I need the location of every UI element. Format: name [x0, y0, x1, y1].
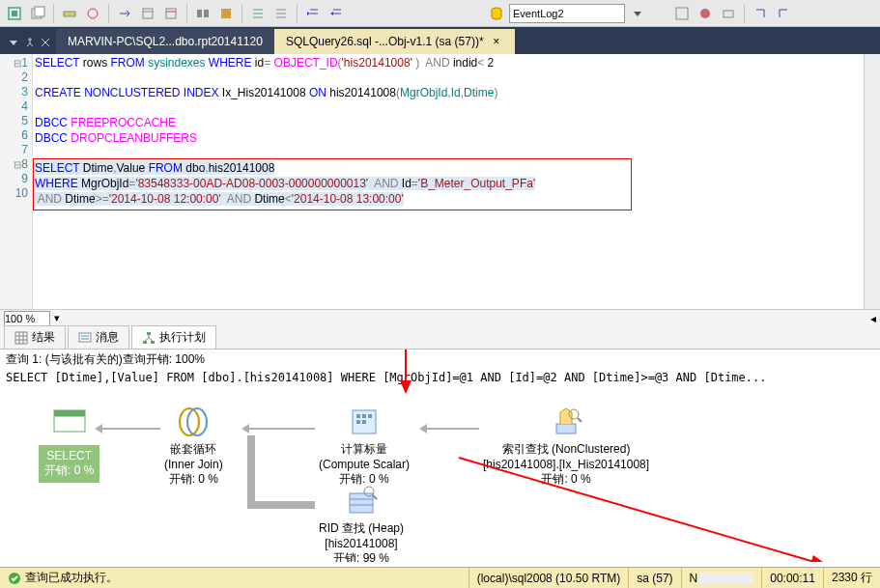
svg-rect-32 [79, 333, 91, 342]
plan-node-select[interactable]: SELECT 开销: 0 % [39, 408, 99, 483]
tab-label: SQLQuery26.sql -...Obj-v1.1 (sa (57))* [286, 35, 484, 48]
toolbar-icon[interactable] [114, 3, 135, 24]
plan-query-sql: SELECT [Dtime],[Value] FROM [dbo].[his20… [0, 370, 880, 385]
toolbar-icon[interactable] [718, 3, 739, 24]
line-number-gutter: ⊟1 2 3 4 5 6 7 ⊟8 9 10 [0, 54, 33, 309]
plan-connector [247, 428, 315, 430]
toolbar-icon[interactable] [160, 3, 182, 24]
toolbar-icon[interactable] [82, 3, 103, 24]
plan-query-header: 查询 1: (与该批有关的)查询开销: 100% [0, 350, 880, 370]
svg-point-5 [88, 9, 98, 18]
index-seek-icon [549, 405, 583, 439]
separator [53, 4, 54, 23]
indent-icon[interactable] [302, 3, 324, 24]
plan-node-compute-scalar[interactable]: 计算标量 (Compute Scalar) 开销: 0 % [319, 405, 410, 488]
toolbar-icon[interactable] [192, 3, 213, 24]
tab-results[interactable]: 结果 [4, 325, 66, 349]
svg-rect-26 [724, 11, 733, 17]
database-icon[interactable] [486, 3, 507, 24]
svg-line-59 [373, 495, 377, 499]
svg-rect-12 [221, 9, 231, 18]
plan-node-rid-lookup[interactable]: RID 查找 (Heap) [his20141008] 开销: 99 % [319, 484, 404, 562]
svg-rect-51 [362, 420, 366, 424]
tab-active[interactable]: SQLQuery26.sql -...Obj-v1.1 (sa (57))* × [274, 29, 515, 54]
tab-close-icon[interactable]: × [490, 35, 503, 48]
svg-rect-27 [15, 332, 27, 344]
tab-messages[interactable]: 消息 [68, 325, 129, 349]
result-tabs: 结果 消息 执行计划 [0, 326, 880, 350]
svg-rect-36 [143, 341, 147, 344]
toolbar-icon[interactable] [4, 3, 25, 24]
status-time: 00:00:11 [761, 568, 823, 588]
status-user: sa (57) [628, 568, 680, 588]
tabbar-gutter [4, 33, 56, 54]
plan-connector [425, 428, 479, 430]
comment-icon[interactable] [247, 3, 269, 24]
svg-line-40 [149, 338, 153, 341]
separator [297, 4, 298, 23]
vertical-scrollbar[interactable] [864, 54, 880, 309]
plan-node-nested-loop[interactable]: 嵌套循环 (Inner Join) 开销: 0 % [164, 405, 223, 488]
success-icon [8, 572, 21, 585]
dropdown-icon[interactable] [8, 37, 20, 50]
toolbar-icon[interactable] [215, 3, 237, 24]
plan-connector [247, 501, 315, 509]
execution-plan-panel: 查询 1: (与该批有关的)查询开销: 100% SELECT [Dtime],… [0, 350, 880, 562]
status-success: 查询已成功执行。 [0, 568, 126, 588]
rid-lookup-icon [344, 484, 379, 518]
toolbar-icon[interactable] [59, 3, 80, 24]
pin-icon[interactable] [24, 37, 37, 50]
arrow-icon [241, 424, 249, 434]
code-content[interactable]: SELECT rows FROM sysindexes WHERE id= OB… [33, 54, 864, 309]
document-tabbar: MARVIN-PC\SQL2...dbo.rpt20141120 SQLQuer… [0, 27, 880, 54]
scroll-left-icon[interactable]: ◂ [870, 312, 876, 325]
toolbar-icon[interactable] [750, 3, 771, 24]
svg-rect-11 [204, 10, 209, 17]
zoom-combo[interactable] [4, 311, 50, 326]
close-icon[interactable] [40, 37, 52, 50]
tab-label: 消息 [96, 329, 119, 346]
svg-rect-52 [556, 424, 576, 434]
status-database: N [681, 568, 762, 588]
toolbar-icon[interactable] [671, 3, 693, 24]
status-rows: 2330 行 [823, 568, 880, 588]
compute-icon [347, 405, 382, 439]
dropdown-icon[interactable] [627, 3, 648, 24]
svg-rect-24 [676, 8, 688, 19]
plan-connector [247, 435, 255, 507]
tab-label: 执行计划 [159, 329, 206, 346]
outdent-icon[interactable] [326, 3, 347, 24]
messages-icon [78, 331, 92, 345]
svg-rect-47 [356, 414, 360, 418]
annotation-arrow [386, 350, 425, 400]
svg-rect-49 [368, 414, 372, 418]
svg-rect-43 [54, 410, 85, 416]
svg-rect-1 [12, 11, 17, 16]
plan-icon [142, 331, 156, 345]
separator [241, 4, 242, 23]
svg-rect-50 [356, 420, 360, 424]
main-toolbar [0, 0, 880, 27]
svg-rect-10 [197, 10, 202, 17]
database-combo[interactable] [509, 4, 625, 23]
svg-rect-6 [143, 9, 153, 18]
select-icon [52, 408, 87, 443]
toolbar-icon[interactable] [773, 3, 794, 24]
plan-canvas[interactable]: SELECT 开销: 0 % 嵌套循环 (Inner Join) 开销: 0 %… [0, 385, 880, 549]
toolbar-icon[interactable] [695, 3, 716, 24]
status-bar: 查询已成功执行。 (local)\sql2008 (10.50 RTM) sa … [0, 567, 880, 588]
separator [744, 4, 745, 23]
tab-inactive[interactable]: MARVIN-PC\SQL2...dbo.rpt20141120 [56, 29, 274, 54]
toolbar-icon[interactable] [27, 3, 48, 24]
tab-execution-plan[interactable]: 执行计划 [131, 325, 216, 349]
tab-label: 结果 [32, 329, 55, 346]
arrow-icon [95, 424, 102, 434]
svg-line-54 [578, 418, 582, 422]
svg-rect-48 [362, 414, 366, 418]
arrow-icon [419, 424, 427, 434]
plan-connector [100, 428, 160, 430]
toolbar-icon[interactable] [137, 3, 158, 24]
uncomment-icon[interactable] [270, 3, 292, 24]
tab-label: MARVIN-PC\SQL2...dbo.rpt20141120 [68, 35, 263, 48]
separator [186, 4, 187, 23]
